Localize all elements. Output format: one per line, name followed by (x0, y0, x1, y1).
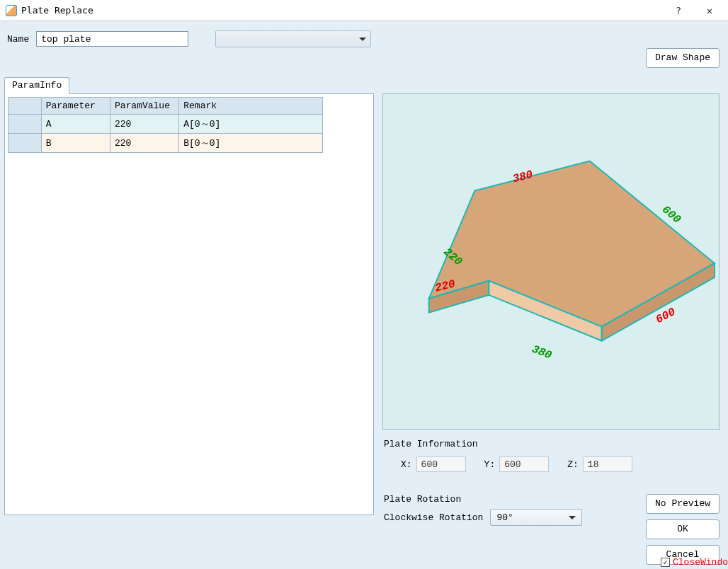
shape-preview[interactable]: 380 600 220 220 600 380 (382, 93, 720, 430)
table-row[interactable]: B 220 B[0～0] (8, 134, 323, 153)
z-label: Z: (567, 459, 579, 470)
tab-paraminfo[interactable]: ParamInfo (4, 77, 69, 94)
shape-combo[interactable] (215, 30, 371, 47)
checkbox-icon: ✓ (661, 558, 670, 567)
col-paramvalue[interactable]: ParamValue (110, 98, 178, 115)
cell-remark[interactable]: A[0～0] (179, 115, 323, 134)
client-area: Name Draw Shape ParamInfo Parameter Para… (0, 21, 728, 569)
close-window-label: CloseWindo (673, 557, 728, 568)
cell-value[interactable]: 220 (110, 134, 178, 153)
no-preview-button[interactable]: No Preview (646, 494, 720, 514)
draw-shape-button[interactable]: Draw Shape (646, 48, 720, 68)
table-row[interactable]: A 220 A[0～0] (8, 115, 323, 134)
plate-rotation-group: Plate Rotation Clockwise Rotation 90° (381, 494, 650, 526)
y-label: Y: (484, 459, 496, 470)
rotation-value: 90° (496, 512, 513, 523)
row-header[interactable] (8, 134, 42, 153)
close-button[interactable]: ✕ (694, 1, 725, 21)
action-buttons: No Preview OK Cancel (646, 494, 720, 565)
z-field (583, 456, 632, 472)
ok-button[interactable]: OK (646, 519, 720, 539)
app-icon (6, 5, 17, 16)
chevron-down-icon (569, 516, 576, 519)
cell-remark[interactable]: B[0～0] (179, 134, 323, 153)
y-field (499, 456, 549, 472)
cell-parameter[interactable]: B (41, 134, 110, 153)
param-table: Parameter ParamValue Remark A 220 A[0～0]… (8, 97, 323, 153)
name-input[interactable] (36, 31, 188, 47)
window-title: Plate Replace (21, 5, 93, 16)
table-corner (8, 98, 42, 115)
x-field (416, 456, 466, 472)
col-remark[interactable]: Remark (179, 98, 323, 115)
close-icon: ✕ (707, 5, 712, 16)
help-button[interactable]: ? (663, 1, 694, 21)
name-row: Name (7, 31, 188, 47)
name-label: Name (7, 34, 29, 45)
x-label: X: (401, 459, 412, 470)
param-panel: ParamInfo Parameter ParamValue Remark A … (4, 76, 374, 515)
help-icon: ? (676, 5, 681, 16)
titlebar: Plate Replace ? ✕ (0, 0, 728, 21)
param-tab-body: Parameter ParamValue Remark A 220 A[0～0]… (4, 93, 374, 515)
dim-label: 380 (530, 343, 554, 362)
rotation-combo[interactable]: 90° (490, 509, 582, 526)
col-parameter[interactable]: Parameter (41, 98, 110, 115)
chevron-down-icon (359, 38, 366, 41)
cell-value[interactable]: 220 (110, 115, 178, 134)
close-window-checkbox[interactable]: ✓ CloseWindo (661, 557, 728, 568)
plate-information-group: Plate Information X: Y: Z: (381, 439, 721, 472)
row-header[interactable] (8, 115, 42, 134)
rotation-label: Clockwise Rotation (384, 512, 483, 523)
plate-info-title: Plate Information (384, 439, 721, 449)
cell-parameter[interactable]: A (41, 115, 110, 134)
rotation-title: Plate Rotation (384, 494, 650, 505)
